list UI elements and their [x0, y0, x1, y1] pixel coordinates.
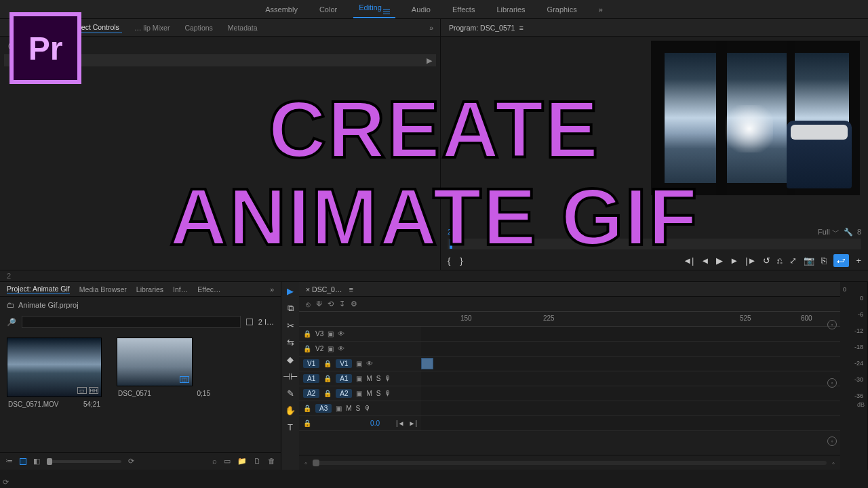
filter-icon[interactable] [246, 319, 253, 325]
step-back-button[interactable]: ◄ [701, 256, 709, 266]
insert-button[interactable]: ↧ [339, 300, 345, 308]
hscroll-left[interactable]: ◦ [304, 459, 307, 467]
ws-tab-effects[interactable]: Effects [447, 3, 480, 16]
fx-icon[interactable]: ▣ [336, 405, 342, 412]
hscroll-right[interactable]: ◦ [832, 459, 835, 467]
marker-button[interactable]: ⟲ [328, 300, 334, 308]
fx-icon[interactable]: ▣ [356, 360, 362, 367]
mute-button[interactable]: M [366, 375, 372, 382]
timeline-vscroll-handles[interactable]: ◦◦◦ [827, 320, 837, 446]
pen-tool[interactable]: ◆ [287, 354, 294, 365]
project-tab-media[interactable]: Media Browser [79, 285, 127, 293]
solo-button[interactable]: S [376, 390, 381, 397]
new-item-button[interactable]: 🗋 [254, 457, 261, 466]
track-target-a2[interactable]: A2 [336, 389, 352, 398]
fx-icon[interactable]: ▣ [328, 330, 334, 338]
extract-button[interactable]: ⎌ [777, 256, 783, 266]
freeform-button[interactable]: ◧ [33, 457, 40, 466]
panel-overflow-icon[interactable]: » [270, 285, 274, 293]
project-tab-effects[interactable]: Effec… [197, 285, 220, 293]
project-search-input[interactable] [22, 316, 241, 328]
find-button[interactable]: ⌕ [212, 457, 217, 466]
add-button[interactable]: + [856, 256, 861, 266]
source-patch-v1[interactable]: V1 [303, 359, 319, 368]
ws-tab-libraries[interactable]: Libraries [491, 3, 530, 16]
solo-button[interactable]: S [356, 405, 361, 412]
go-out-button[interactable]: |► [745, 256, 756, 266]
slip-tool[interactable]: ⇆ [287, 338, 294, 348]
safe-margin-button[interactable]: ⤢ [789, 256, 797, 266]
lock-icon[interactable]: 🔒 [323, 360, 332, 367]
ws-overflow-icon[interactable]: » [593, 5, 608, 14]
snap-button[interactable]: ⎋ [306, 300, 311, 308]
lock-icon[interactable]: 🔒 [303, 330, 311, 338]
selection-tool[interactable]: ▶ [287, 286, 294, 296]
panel-menu-icon[interactable]: » [429, 24, 433, 32]
ws-tab-assembly[interactable]: Assembly [260, 3, 303, 16]
source-tab-metadata[interactable]: Metadata [225, 22, 260, 33]
new-folder-button[interactable]: 📁 [237, 457, 247, 466]
lock-icon[interactable]: 🔒 [303, 405, 311, 412]
mic-icon[interactable]: 🎙 [384, 375, 391, 382]
project-item-1[interactable]: ▭HH DSC_0571.MOV54;21 [7, 338, 102, 411]
eye-icon[interactable]: 👁 [338, 345, 344, 352]
mic-icon[interactable]: 🎙 [384, 390, 391, 397]
video-clip[interactable] [421, 358, 433, 369]
ws-tab-color[interactable]: Color [314, 3, 342, 16]
track-a2[interactable]: A2🔒A2▣MS🎙 [299, 386, 840, 401]
project-tab-info[interactable]: Inf… [173, 285, 188, 293]
track-select-tool[interactable]: ⧉ [288, 303, 294, 314]
program-monitor[interactable] [441, 37, 868, 225]
eye-icon[interactable]: 👁 [338, 330, 344, 338]
track-v1[interactable]: V1🔒V1▣👁 [299, 357, 840, 371]
hand-tool[interactable]: ✋ [285, 405, 296, 415]
linked-button[interactable]: ⟱ [316, 300, 322, 308]
fx-icon[interactable]: ▣ [328, 345, 334, 352]
project-item-2[interactable]: ◫ DSC_05710;15 [117, 338, 212, 411]
program-timebar[interactable] [448, 239, 861, 249]
mute-button[interactable]: M [366, 390, 372, 397]
rectangle-tool[interactable]: ⊣⊢ [283, 371, 298, 382]
lock-icon[interactable]: 🔒 [303, 420, 311, 427]
razor-tool[interactable]: ✎ [287, 388, 294, 399]
export-frame-button[interactable]: ⮐ [833, 254, 849, 267]
timeline-hscroll[interactable] [313, 461, 827, 465]
ripple-tool[interactable]: ✂ [287, 321, 294, 331]
track-mix[interactable]: 🔒0.0|◄►| [299, 416, 840, 431]
ws-tab-audio[interactable]: Audio [406, 3, 436, 16]
lock-icon[interactable]: 🔒 [323, 375, 332, 382]
snapshot-button[interactable]: 📷 [804, 256, 814, 266]
lock-icon[interactable]: 🔒 [303, 345, 311, 352]
list-view-button[interactable]: ≔ [5, 457, 13, 466]
prev-edit-button[interactable]: |◄ [396, 420, 405, 427]
project-tab-project[interactable]: Project: Animate Gif [7, 285, 70, 293]
solo-button[interactable]: S [376, 375, 381, 382]
timeline-menu-icon[interactable]: ≡ [349, 285, 353, 293]
source-tab-clip-mixer[interactable]: … lip Mixer [132, 22, 173, 33]
ws-tab-graphics[interactable]: Graphics [542, 3, 583, 16]
settings-button[interactable]: ⚙ [351, 300, 357, 308]
lock-icon[interactable]: 🔒 [323, 390, 332, 397]
track-target-v1[interactable]: V1 [336, 359, 352, 368]
project-tab-libraries[interactable]: Libraries [136, 285, 163, 293]
next-edit-button[interactable]: ►| [409, 420, 418, 427]
new-bin-button[interactable]: ▭ [224, 457, 231, 466]
step-fwd-button[interactable]: ► [730, 256, 738, 266]
ws-tab-editing[interactable]: Editing [353, 1, 395, 18]
play-button[interactable]: ▶ [716, 256, 723, 266]
resolution-dropdown[interactable]: Full ﹀ [818, 227, 840, 237]
lift-button[interactable]: ↺ [763, 256, 770, 266]
trash-button[interactable]: 🗑 [268, 457, 275, 466]
track-target-a1[interactable]: A1 [336, 374, 352, 383]
timeline-tracks[interactable]: 🔒V3▣👁 🔒V2▣👁 V1🔒V1▣👁 A1🔒A1▣MS🎙 A2🔒A2▣MS🎙 … [299, 327, 840, 455]
type-tool[interactable]: T [288, 422, 293, 432]
eye-icon[interactable]: 👁 [366, 360, 373, 367]
track-a1[interactable]: A1🔒A1▣MS🎙 [299, 371, 840, 386]
track-a3[interactable]: 🔒A3▣MS🎙 [299, 401, 840, 416]
track-v3[interactable]: 🔒V3▣👁 [299, 327, 840, 342]
go-in-button[interactable]: ◄| [683, 256, 694, 266]
source-patch-a2[interactable]: A2 [303, 389, 319, 398]
mic-icon[interactable]: 🎙 [364, 405, 371, 412]
track-v2[interactable]: 🔒V2▣👁 [299, 342, 840, 357]
sort-button[interactable]: ⟳ [128, 457, 134, 466]
